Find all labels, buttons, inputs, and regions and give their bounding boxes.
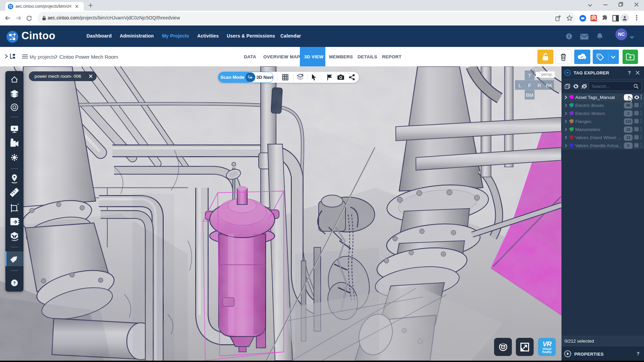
svg-text:?: ? [13,281,16,286]
